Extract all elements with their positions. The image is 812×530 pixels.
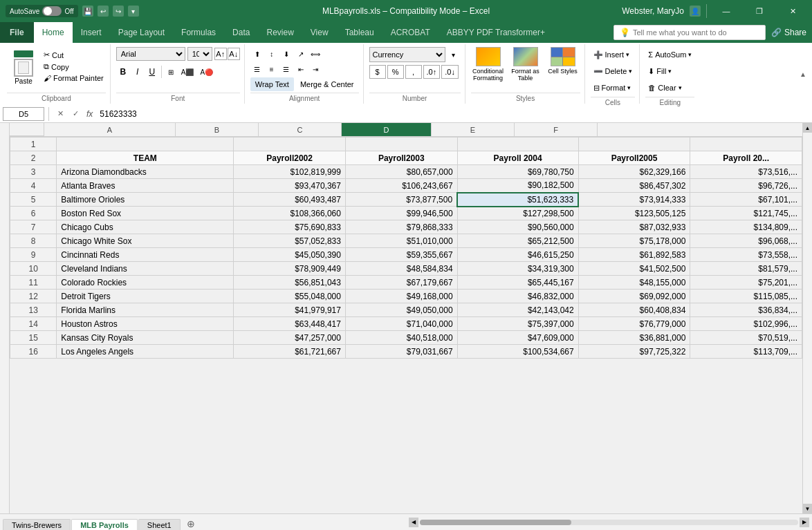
- cell-b2[interactable]: Payroll2002: [234, 151, 346, 165]
- cell-d1[interactable]: [457, 138, 578, 151]
- insert-button[interactable]: ➕ Insert ▾: [591, 47, 633, 62]
- cell-c8[interactable]: $51,010,000: [345, 234, 457, 248]
- sheet-tab-twins-brewers[interactable]: Twins-Brewers: [3, 519, 71, 531]
- font-decrease-button[interactable]: A↓: [228, 48, 240, 60]
- cell-d7[interactable]: $90,560,000: [457, 220, 578, 234]
- merge-center-button[interactable]: Merge & Center: [295, 77, 359, 91]
- format-painter-button[interactable]: 🖌 Format Painter: [41, 73, 106, 83]
- delete-button[interactable]: ➖ Delete ▾: [591, 64, 636, 79]
- cell-e2[interactable]: Payroll2005: [578, 151, 690, 165]
- cell-b15[interactable]: $47,257,000: [234, 331, 346, 345]
- close-button[interactable]: ✕: [779, 0, 806, 22]
- cell-c2[interactable]: Payroll2003: [345, 151, 457, 165]
- cell-d10[interactable]: $34,319,300: [457, 262, 578, 276]
- cell-b11[interactable]: $56,851,043: [234, 276, 346, 290]
- cell-b16[interactable]: $61,721,667: [234, 345, 346, 359]
- font-size-select[interactable]: 10: [187, 47, 212, 61]
- copy-button[interactable]: ⧉ Copy: [41, 61, 106, 72]
- border-button[interactable]: ⊞: [164, 65, 178, 79]
- cell-b12[interactable]: $55,048,000: [234, 290, 346, 303]
- save-icon[interactable]: 💾: [82, 6, 93, 17]
- cell-c4[interactable]: $106,243,667: [345, 179, 457, 193]
- cell-a11[interactable]: Colorado Rockies: [57, 276, 234, 290]
- tab-view[interactable]: View: [302, 22, 337, 43]
- cell-a9[interactable]: Cincinnati Reds: [57, 248, 234, 262]
- tab-acrobat[interactable]: ACROBAT: [382, 22, 439, 43]
- cell-c16[interactable]: $79,031,667: [345, 345, 457, 359]
- cell-b1[interactable]: [234, 138, 346, 151]
- align-top-button[interactable]: ⬆: [250, 47, 264, 61]
- tab-insert[interactable]: Insert: [73, 22, 110, 43]
- row-number-16[interactable]: 16: [10, 345, 57, 359]
- cell-c12[interactable]: $49,168,000: [345, 290, 457, 303]
- wrap-text-button[interactable]: Wrap Text: [250, 77, 294, 91]
- minimize-button[interactable]: —: [712, 0, 740, 22]
- paste-button[interactable]: Paste: [7, 47, 40, 88]
- col-header-f[interactable]: F: [515, 123, 598, 136]
- sheet-tab-mlb-payrolls[interactable]: MLB Payrolls: [71, 519, 138, 531]
- col-header-c[interactable]: C: [259, 123, 342, 136]
- font-name-select[interactable]: Arial: [116, 47, 185, 61]
- cell-reference-box[interactable]: [3, 107, 44, 121]
- italic-button[interactable]: I: [131, 65, 145, 79]
- cell-b6[interactable]: $108,366,060: [234, 207, 346, 220]
- cell-a16[interactable]: Los Angeles Angels: [57, 345, 234, 359]
- increase-indent-button[interactable]: ⇥: [308, 62, 322, 76]
- cell-e9[interactable]: $61,892,583: [578, 248, 690, 262]
- col-header-a[interactable]: A: [44, 123, 176, 136]
- sum-button[interactable]: Σ AutoSum ▾: [645, 47, 694, 62]
- tab-tableau[interactable]: Tableau: [337, 22, 382, 43]
- quick-access-dropdown[interactable]: ▾: [128, 6, 139, 17]
- cell-d2[interactable]: Payroll 2004: [457, 151, 578, 165]
- align-left-button[interactable]: ☰: [250, 62, 264, 76]
- cell-d14[interactable]: $75,397,000: [457, 317, 578, 331]
- cell-a13[interactable]: Florida Marlins: [57, 303, 234, 317]
- vertical-scrollbar[interactable]: ▲ ▼: [802, 123, 812, 513]
- horizontal-scrollbar-thumb[interactable]: [420, 520, 571, 525]
- cell-a6[interactable]: Boston Red Sox: [57, 207, 234, 220]
- autosave-toggle[interactable]: AutoSave Off: [6, 5, 78, 17]
- tab-formulas[interactable]: Formulas: [173, 22, 224, 43]
- cut-button[interactable]: ✂ Cut: [41, 50, 106, 60]
- cell-c5[interactable]: $73,877,500: [345, 193, 457, 207]
- decrease-decimal-button[interactable]: .0↓: [441, 65, 459, 79]
- row-number-13[interactable]: 13: [10, 303, 57, 317]
- number-format-dropdown[interactable]: ▾: [447, 48, 461, 61]
- cell-e8[interactable]: $75,178,000: [578, 234, 690, 248]
- cell-b10[interactable]: $78,909,449: [234, 262, 346, 276]
- tell-me-box[interactable]: 💡: [613, 25, 766, 40]
- cell-b13[interactable]: $41,979,917: [234, 303, 346, 317]
- cell-c6[interactable]: $99,946,500: [345, 207, 457, 220]
- cell-d3[interactable]: $69,780,750: [457, 165, 578, 179]
- col-header-d[interactable]: D: [342, 123, 432, 136]
- clear-button[interactable]: 🗑 Clear ▾: [645, 80, 684, 95]
- cell-f10[interactable]: $81,579,...: [690, 262, 802, 276]
- cell-c9[interactable]: $59,355,667: [345, 248, 457, 262]
- percent-button[interactable]: %: [387, 65, 404, 79]
- share-button[interactable]: 🔗 Share: [771, 28, 806, 37]
- cell-f16[interactable]: $113,709,...: [690, 345, 802, 359]
- cell-d11[interactable]: $65,445,167: [457, 276, 578, 290]
- text-angle-button[interactable]: ↗: [294, 47, 308, 61]
- cell-f14[interactable]: $102,996,...: [690, 317, 802, 331]
- tell-me-input[interactable]: [633, 28, 757, 37]
- cell-e4[interactable]: $86,457,302: [578, 179, 690, 193]
- cell-a10[interactable]: Cleveland Indians: [57, 262, 234, 276]
- decrease-indent-button[interactable]: ⇤: [294, 62, 308, 76]
- tab-file[interactable]: File: [0, 22, 34, 43]
- row-number-7[interactable]: 7: [10, 220, 57, 234]
- redo-icon[interactable]: ↪: [113, 6, 124, 17]
- cell-d4[interactable]: $90,182,500: [457, 179, 578, 193]
- font-color-button[interactable]: A🔴: [197, 65, 216, 79]
- accounting-format-button[interactable]: $: [369, 65, 386, 79]
- cell-f2[interactable]: Payroll 20...: [690, 151, 802, 165]
- restore-button[interactable]: ❐: [746, 0, 773, 22]
- cell-e16[interactable]: $97,725,322: [578, 345, 690, 359]
- cell-b3[interactable]: $102,819,999: [234, 165, 346, 179]
- row-number-5[interactable]: 5: [10, 193, 57, 207]
- collapse-ribbon-button[interactable]: ▲: [797, 44, 809, 104]
- cell-a7[interactable]: Chicago Cubs: [57, 220, 234, 234]
- horizontal-scrollbar-track[interactable]: [420, 520, 798, 525]
- cell-d5[interactable]: $51,623,333: [457, 193, 578, 207]
- cell-f1[interactable]: [690, 138, 802, 151]
